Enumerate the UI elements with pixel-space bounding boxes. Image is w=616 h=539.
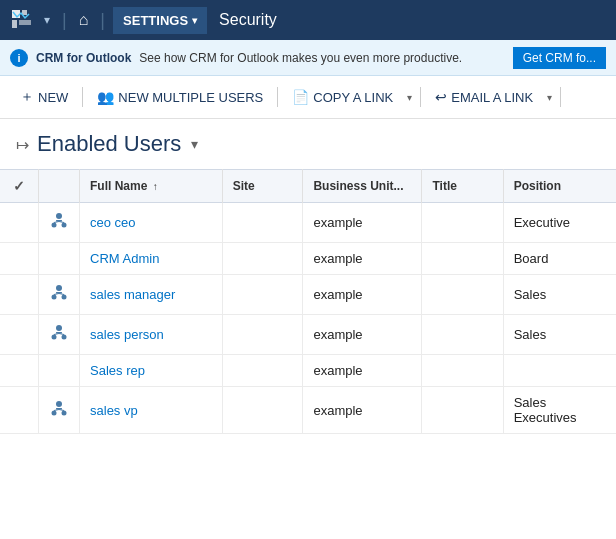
get-crm-button[interactable]: Get CRM fo... [513, 47, 606, 69]
row-title [422, 355, 503, 387]
security-label: Security [219, 11, 277, 29]
svg-rect-11 [56, 292, 62, 294]
svg-line-15 [59, 294, 64, 295]
table-row: sales vpexampleSales Executives [0, 387, 616, 434]
svg-line-14 [54, 294, 59, 295]
settings-label: SETTINGS [123, 13, 188, 28]
svg-line-21 [59, 334, 64, 335]
svg-line-27 [59, 409, 64, 410]
row-fullname[interactable]: sales manager [80, 275, 223, 315]
svg-point-13 [62, 295, 67, 300]
user-hierarchy-icon [49, 323, 69, 343]
logo-dropdown-button[interactable]: ▾ [40, 11, 54, 29]
row-icon-cell [39, 275, 80, 315]
svg-point-7 [62, 223, 67, 228]
settings-caret: ▾ [192, 15, 197, 26]
row-fullname[interactable]: Sales rep [80, 355, 223, 387]
row-icon-cell [39, 315, 80, 355]
new-label: NEW [38, 90, 68, 105]
row-check-cell[interactable] [0, 315, 39, 355]
svg-rect-17 [56, 332, 62, 334]
column-header-position[interactable]: Position [503, 170, 616, 203]
svg-rect-2 [12, 20, 17, 28]
row-icon-cell [39, 243, 80, 275]
svg-point-10 [56, 285, 62, 291]
row-icon-cell [39, 355, 80, 387]
column-header-check[interactable]: ✓ [0, 170, 39, 203]
svg-rect-23 [56, 408, 62, 410]
row-fullname[interactable]: ceo ceo [80, 203, 223, 243]
svg-line-8 [54, 222, 59, 223]
row-position: Executive [503, 203, 616, 243]
row-check-cell[interactable] [0, 203, 39, 243]
user-hierarchy-icon [49, 283, 69, 303]
settings-button[interactable]: SETTINGS ▾ [113, 7, 207, 34]
column-header-businessunit[interactable]: Business Unit... [303, 170, 422, 203]
new-multiple-label: NEW MULTIPLE USERS [118, 90, 263, 105]
users-table: ✓ Full Name ↑ Site Business Unit... Titl… [0, 169, 616, 434]
row-businessunit: example [303, 387, 422, 434]
svg-point-6 [52, 223, 57, 228]
svg-point-12 [52, 295, 57, 300]
row-position: Board [503, 243, 616, 275]
home-icon[interactable]: ⌂ [79, 11, 89, 29]
page-title-dropdown[interactable]: ▾ [191, 136, 198, 152]
row-position: Sales Executives [503, 387, 616, 434]
row-icon-cell [39, 387, 80, 434]
row-fullname[interactable]: sales person [80, 315, 223, 355]
row-site [222, 387, 303, 434]
svg-point-24 [52, 410, 57, 415]
banner-message: See how CRM for Outlook makes you even m… [139, 51, 462, 65]
email-link-dropdown[interactable]: ▾ [545, 88, 554, 107]
svg-point-4 [56, 213, 62, 219]
row-businessunit: example [303, 355, 422, 387]
row-check-cell[interactable] [0, 243, 39, 275]
copy-link-dropdown[interactable]: ▾ [405, 88, 414, 107]
svg-point-18 [52, 335, 57, 340]
column-header-site[interactable]: Site [222, 170, 303, 203]
column-header-title[interactable]: Title [422, 170, 503, 203]
row-site [222, 315, 303, 355]
page-title: Enabled Users [37, 131, 181, 157]
email-link-button[interactable]: ↩ EMAIL A LINK [427, 85, 541, 109]
table-row: Sales repexample [0, 355, 616, 387]
page-header: ↦ Enabled Users ▾ [0, 119, 616, 165]
toolbar-sep-3 [420, 87, 421, 107]
users-icon: 👥 [97, 89, 114, 105]
users-table-container: ✓ Full Name ↑ Site Business Unit... Titl… [0, 169, 616, 434]
banner-title: CRM for Outlook [36, 51, 131, 65]
row-check-cell[interactable] [0, 387, 39, 434]
table-row: sales personexampleSales [0, 315, 616, 355]
row-businessunit: example [303, 315, 422, 355]
user-hierarchy-icon [49, 399, 69, 419]
check-all-icon[interactable]: ✓ [13, 178, 25, 194]
row-site [222, 275, 303, 315]
new-multiple-users-button[interactable]: 👥 NEW MULTIPLE USERS [89, 85, 271, 109]
row-title [422, 315, 503, 355]
row-check-cell[interactable] [0, 355, 39, 387]
app-logo[interactable] [8, 6, 36, 34]
row-position: Sales [503, 275, 616, 315]
row-fullname[interactable]: sales vp [80, 387, 223, 434]
row-site [222, 243, 303, 275]
email-icon: ↩ [435, 89, 447, 105]
table-row: sales managerexampleSales [0, 275, 616, 315]
svg-line-26 [54, 409, 59, 410]
row-title [422, 243, 503, 275]
row-position: Sales [503, 315, 616, 355]
user-hierarchy-icon [49, 211, 69, 231]
column-header-fullname[interactable]: Full Name ↑ [80, 170, 223, 203]
crm-banner: i CRM for Outlook See how CRM for Outloo… [0, 40, 616, 76]
row-title [422, 275, 503, 315]
sort-icon-fullname: ↑ [153, 181, 158, 192]
row-fullname[interactable]: CRM Admin [80, 243, 223, 275]
new-button[interactable]: ＋ NEW [12, 84, 76, 110]
copy-link-label: COPY A LINK [313, 90, 393, 105]
row-check-cell[interactable] [0, 275, 39, 315]
toolbar-sep-4 [560, 87, 561, 107]
table-header-row: ✓ Full Name ↑ Site Business Unit... Titl… [0, 170, 616, 203]
row-site [222, 355, 303, 387]
toolbar: ＋ NEW 👥 NEW MULTIPLE USERS 📄 COPY A LINK… [0, 76, 616, 119]
copy-link-button[interactable]: 📄 COPY A LINK [284, 85, 401, 109]
svg-rect-5 [56, 220, 62, 222]
